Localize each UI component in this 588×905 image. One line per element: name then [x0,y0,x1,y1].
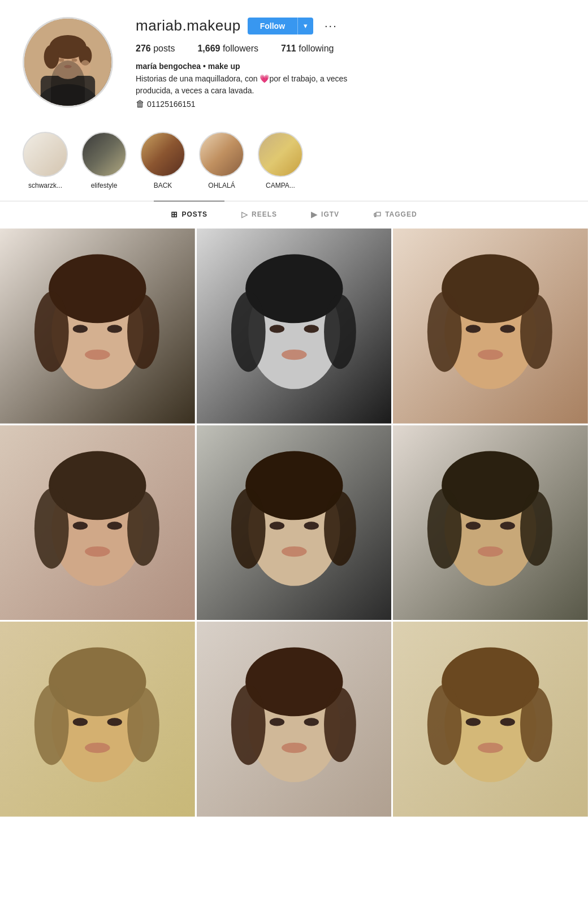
highlight-item-5[interactable]: CAMPA... [258,132,303,189]
svg-point-62 [34,685,69,765]
svg-point-38 [34,488,69,568]
grid-post-item[interactable] [0,425,195,620]
grid-post-item[interactable] [0,622,195,817]
highlight-label: elifestyle [91,182,118,189]
grid-post-item[interactable] [197,229,392,424]
svg-point-64 [73,718,88,726]
svg-point-78 [427,685,462,765]
highlight-item-1[interactable]: schwarzk... [23,132,68,189]
svg-point-65 [107,718,122,726]
svg-point-30 [427,292,462,372]
svg-point-74 [282,743,307,753]
bio-name: maría bengochea • make up [136,62,565,71]
tab-posts-label: POSTS [181,210,207,218]
posts-stat[interactable]: 276 posts [136,44,175,54]
highlight-item-2[interactable]: elifestyle [81,132,127,189]
highlight-circle [140,132,185,177]
svg-point-32 [466,325,481,333]
highlight-circle [81,132,127,177]
svg-point-82 [478,743,503,753]
tab-igtv[interactable]: ▶IGTV [294,201,356,227]
tab-posts[interactable]: ⊞POSTS [154,201,224,227]
svg-point-26 [282,350,307,360]
svg-point-33 [500,325,515,333]
grid-post-item[interactable] [197,622,392,817]
followers-stat[interactable]: 1,669 followers [197,44,258,54]
svg-point-54 [427,488,462,568]
svg-point-14 [34,292,69,372]
following-count: 711 [281,44,296,53]
svg-point-56 [466,522,481,529]
grid-post-item[interactable] [393,425,588,620]
svg-point-58 [478,546,503,557]
profile-info: mariab.makeup Follow ▾ ··· 276 posts 1,6… [136,17,565,109]
svg-point-79 [520,688,552,762]
grid-post-item[interactable] [393,622,588,817]
svg-point-22 [231,292,265,372]
profile-section: mariab.makeup Follow ▾ ··· 276 posts 1,6… [0,0,588,120]
following-stat[interactable]: 711 following [281,44,334,54]
following-label: following [299,44,334,53]
svg-point-57 [500,522,515,529]
tab-tagged-icon: 🏷 [373,210,382,219]
more-options-button[interactable]: ··· [320,17,342,35]
svg-point-42 [85,546,110,557]
svg-rect-2 [41,76,95,107]
highlight-label: schwarzk... [28,182,62,189]
highlight-circle [23,132,68,177]
tab-posts-icon: ⊞ [171,210,178,219]
followers-label: followers [223,44,258,53]
svg-point-23 [324,295,356,369]
svg-point-55 [520,491,552,566]
tab-igtv-label: IGTV [321,210,339,218]
grid-post-item[interactable] [0,229,195,424]
svg-point-15 [127,295,159,369]
svg-point-18 [85,350,110,360]
avatar [23,17,113,107]
bio-link[interactable]: 🗑 01125166151 [136,99,565,109]
tab-tagged[interactable]: 🏷TAGGED [356,201,434,227]
highlight-item-4[interactable]: OHLALÁ [199,132,244,189]
svg-point-16 [73,325,88,333]
highlight-item-3[interactable]: BACK [140,132,185,189]
tabs-section: ⊞POSTS▷REELS▶IGTV🏷TAGGED [0,201,588,227]
posts-grid [0,227,588,818]
svg-point-8 [72,58,77,62]
posts-count: 276 [136,44,151,53]
grid-post-item[interactable] [197,425,392,620]
svg-point-46 [231,488,265,568]
highlight-label: OHLALÁ [208,182,235,189]
tab-reels[interactable]: ▷REELS [224,201,294,227]
posts-label: posts [153,44,175,53]
svg-point-41 [107,522,122,529]
svg-point-40 [73,522,88,529]
svg-point-5 [44,45,59,68]
svg-point-24 [269,325,284,333]
followers-count: 1,669 [197,44,220,53]
follow-button[interactable]: Follow [248,18,297,35]
follow-dropdown-button[interactable]: ▾ [297,18,313,35]
svg-point-25 [304,325,318,333]
profile-top-row: mariab.makeup Follow ▾ ··· [136,17,565,35]
svg-point-80 [466,718,481,726]
svg-point-72 [269,718,284,726]
tab-reels-label: REELS [252,210,277,218]
phone-icon: 🗑 [136,99,145,109]
svg-point-73 [304,718,318,726]
grid-post-item[interactable] [393,229,588,424]
svg-point-48 [269,522,284,529]
highlights-section: schwarzk...elifestyleBACKOHLALÁCAMPA... [0,120,588,201]
highlight-circle [258,132,303,177]
svg-point-47 [324,491,356,566]
svg-rect-0 [24,19,111,106]
follow-group: Follow ▾ [248,18,313,35]
svg-point-81 [500,718,515,726]
svg-point-31 [520,295,552,369]
username: mariab.makeup [136,17,241,35]
highlight-circle [199,132,244,177]
tab-igtv-icon: ▶ [311,210,318,219]
svg-point-63 [127,688,159,762]
svg-point-49 [304,522,318,529]
svg-point-17 [107,325,122,333]
svg-point-39 [127,491,159,566]
